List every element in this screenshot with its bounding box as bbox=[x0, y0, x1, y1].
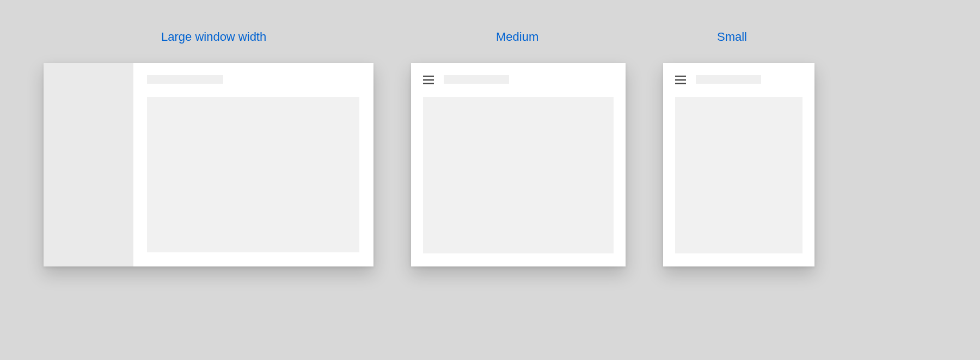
svg-rect-0 bbox=[423, 76, 434, 77]
svg-rect-4 bbox=[675, 79, 686, 81]
label-large: Large window width bbox=[161, 30, 266, 44]
panel-small bbox=[663, 63, 814, 266]
title-placeholder bbox=[444, 75, 509, 84]
svg-rect-3 bbox=[675, 76, 686, 77]
title-placeholder bbox=[696, 75, 761, 84]
content-placeholder bbox=[147, 97, 359, 252]
diagram-stage: Large window width Medium Small bbox=[0, 0, 980, 360]
svg-rect-5 bbox=[675, 83, 686, 84]
label-medium: Medium bbox=[496, 30, 538, 44]
label-small: Small bbox=[717, 30, 747, 44]
panel-large bbox=[44, 63, 373, 266]
title-placeholder bbox=[147, 75, 223, 84]
panel-medium bbox=[411, 63, 626, 266]
menu-icon bbox=[675, 76, 686, 84]
nav-sidebar bbox=[44, 63, 133, 266]
content-placeholder bbox=[675, 97, 803, 253]
svg-rect-2 bbox=[423, 83, 434, 84]
svg-rect-1 bbox=[423, 79, 434, 81]
content-placeholder bbox=[423, 97, 614, 253]
menu-icon bbox=[423, 76, 434, 84]
